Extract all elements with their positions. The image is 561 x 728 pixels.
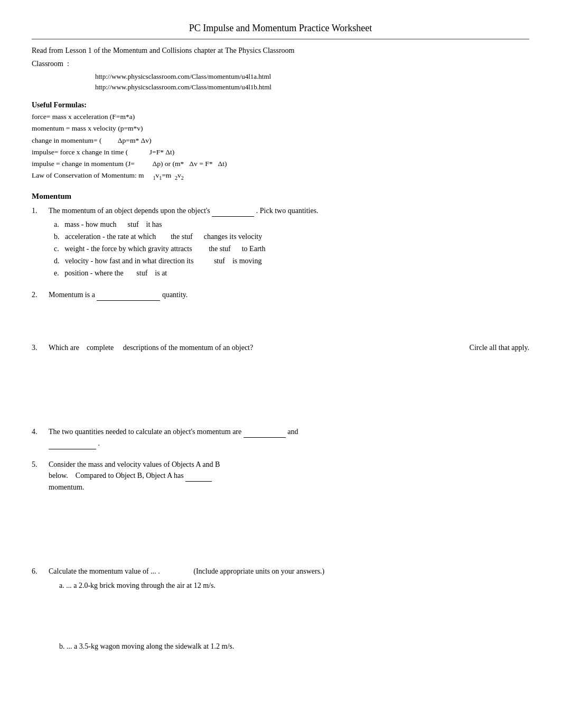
formulas-label: Useful Formulas: — [32, 99, 529, 110]
formula-2: momentum = mass x velocity (p=m*v) — [32, 123, 529, 134]
q1-text: The momentum of an object depends upon t… — [49, 207, 210, 215]
q1-number: 1. — [32, 205, 44, 280]
q1-choice-d: d. velocity - how fast and in what direc… — [54, 255, 529, 266]
q2-content: Momentum is a quantity. — [49, 289, 529, 301]
q5-number: 5. — [32, 459, 44, 493]
url-1: http://www.physicsclassroom.com/Class/mo… — [95, 71, 529, 82]
spacer-1 — [32, 310, 529, 342]
source-label: The Physics Classroom — [225, 45, 294, 56]
spacer-2 — [32, 363, 529, 394]
formula-3: change in momentum= ( Δp=m* Δv) — [32, 135, 529, 146]
urls-section: http://www.physicsclassroom.com/Class/mo… — [95, 71, 529, 92]
question-6: 6. Calculate the momentum value of ... .… — [32, 566, 529, 654]
formula-4: impulse= force x change in time ( J=F* Δ… — [32, 147, 529, 158]
q6-spacer-a — [49, 593, 529, 609]
formula-1: force= mass x acceleration (F=m*a) — [32, 112, 529, 122]
q4-number: 4. — [32, 426, 44, 449]
q2-suffix: quantity. — [162, 291, 188, 299]
question-2: 2. Momentum is a quantity. — [32, 289, 529, 301]
spacer-3 — [32, 394, 529, 426]
spacer-4 — [32, 502, 529, 534]
q1-suffix: . Pick two quantities. — [256, 207, 319, 215]
page-title: PC Impulse and Momentum Practice Workshe… — [189, 23, 372, 33]
q3-number: 3. — [32, 342, 44, 353]
question-1: 1. The momentum of an object depends upo… — [32, 205, 529, 280]
q1-choice-e: e. position - where the stuf is at — [54, 268, 529, 279]
of-the-label: of the — [94, 45, 111, 56]
q1-choice-b: b. acceleration - the rate at which the … — [54, 231, 529, 242]
q1-choices: a. mass - how much stuf it has b. accele… — [54, 219, 529, 279]
q1-choice-a: a. mass - how much stuf it has — [54, 219, 529, 230]
q4-blank1 — [244, 426, 286, 438]
q3-text: Which are complete descriptions of the m… — [49, 344, 253, 352]
chapter-name: Momentum and Collisions — [113, 45, 192, 56]
q1-choice-c: c. weight - the force by which gravity a… — [54, 243, 529, 254]
momentum-section-header: Momentum — [32, 190, 529, 202]
formula-6: Law of Conservation of Momentum: m 1v1=m… — [32, 170, 529, 182]
q6-text: Calculate the momentum value of ... . — [49, 567, 160, 575]
question-5: 5. Consider the mass and velocity values… — [32, 459, 529, 493]
q2-blank — [97, 289, 160, 301]
formulas-section: Useful Formulas: force= mass x accelerat… — [32, 99, 529, 182]
q2-text: Momentum is a — [49, 291, 97, 299]
q5-text-1: Consider the mass and velocity values of… — [49, 460, 220, 468]
read-from-label: Read from — [32, 45, 63, 56]
q6-number: 6. — [32, 566, 44, 654]
question-4: 4. The two quantities needed to calculat… — [32, 426, 529, 449]
q6-sub-b-text: b. ... a 3.5-kg wagon moving along the s… — [59, 642, 234, 650]
spacer-5 — [32, 534, 529, 566]
classroom-label: Classroom : — [32, 58, 529, 69]
question-3: 3. Which are complete descriptions of th… — [32, 342, 529, 353]
q5-blank — [185, 470, 212, 482]
header-row: Read from Lesson 1 of the Momentum and C… — [32, 45, 529, 56]
q4-suffix: . — [98, 439, 100, 447]
title-section: PC Impulse and Momentum Practice Workshe… — [32, 21, 529, 40]
q1-blank — [212, 205, 254, 217]
q3-content: Which are complete descriptions of the m… — [49, 342, 529, 353]
q6-content: Calculate the momentum value of ... . (I… — [49, 566, 529, 654]
lesson-label: Lesson 1 — [65, 45, 91, 56]
q6-sub-b: b. ... a 3.5-kg wagon moving along the s… — [59, 641, 529, 652]
q5-content: Consider the mass and velocity values of… — [49, 459, 529, 493]
q3-right-label: Circle all that apply. — [470, 342, 529, 353]
url-2: http://www.physicsclassroom.com/Class/mo… — [95, 82, 529, 93]
q6-sub-a: a. ... a 2.0-kg brick moving through the… — [59, 580, 529, 591]
q5-text-2: below. Compared to Object B, Object A ha… — [49, 472, 185, 480]
q4-and: and — [287, 428, 298, 436]
q4-blank2 — [49, 438, 96, 449]
q1-content: The momentum of an object depends upon t… — [49, 205, 529, 280]
q6-sub-a-text: a. ... a 2.0-kg brick moving through the… — [59, 582, 216, 589]
chapter-at-label: chapter at — [194, 45, 223, 56]
q2-number: 2. — [32, 289, 44, 301]
q6-right-label: (Include appropriate units on your answe… — [193, 567, 324, 575]
q4-content: The two quantities needed to calculate a… — [49, 426, 529, 449]
formula-5: impulse = change in momentum (J= Δp) or … — [32, 159, 529, 169]
q6-spacer-b — [49, 609, 529, 641]
q5-text-3: momentum. — [49, 483, 84, 491]
q4-text: The two quantities needed to calculate a… — [49, 428, 244, 436]
